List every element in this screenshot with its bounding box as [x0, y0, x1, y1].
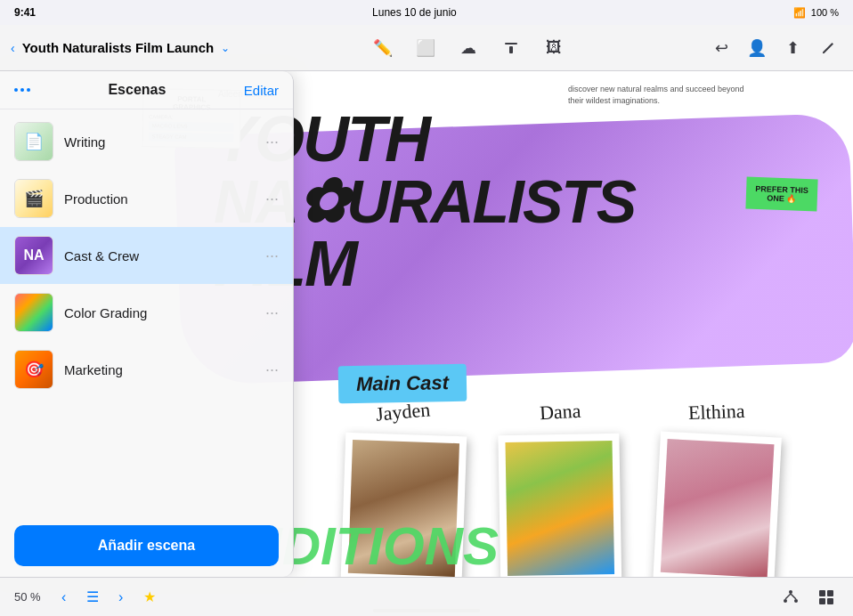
collaborate-button[interactable]: 👤 [743, 34, 771, 62]
dot-2 [20, 88, 24, 92]
dot-3 [27, 88, 30, 92]
svg-rect-7 [819, 590, 825, 596]
polaroid-3 [652, 432, 782, 577]
scene-more-writing[interactable]: ··· [265, 133, 279, 151]
title-chevron-icon[interactable]: ⌄ [221, 42, 230, 54]
status-bar: 9:41 Lunes 10 de junio 📶 100 % [0, 0, 853, 25]
nav-prev-button[interactable]: ‹ [52, 585, 77, 610]
cast-signature-2: Dana [539, 400, 581, 425]
scene-more-color[interactable]: ··· [265, 304, 279, 322]
bottom-right-controls [778, 585, 839, 610]
svg-rect-8 [827, 590, 833, 596]
svg-line-6 [791, 594, 796, 599]
panel-header: Escenas Editar [0, 71, 293, 109]
status-time: 9:41 [14, 6, 36, 19]
svg-point-2 [789, 590, 792, 594]
nav-next-button[interactable]: › [109, 585, 134, 610]
svg-rect-9 [819, 598, 825, 604]
toolbar-center-icons: ✏️ ⬜ ☁ 🖼 [230, 34, 707, 62]
svg-rect-0 [505, 43, 517, 45]
scene-name-production: Production [64, 191, 255, 207]
panel-title: Escenas [108, 82, 166, 98]
undo-button[interactable]: ↩ [707, 34, 735, 62]
polaroid-2 [498, 434, 621, 577]
share-button[interactable]: ⬆ [778, 34, 807, 62]
scene-item-color[interactable]: Color Grading ··· [0, 284, 293, 341]
bottom-left-controls: 50 % ‹ ☰ › ★ [14, 585, 162, 610]
ipad-frame: 9:41 Lunes 10 de junio 📶 100 % ‹ Youth N… [0, 0, 853, 616]
scene-thumb-marketing: 🎯 [14, 350, 53, 389]
zoom-level-label: 50 % [14, 590, 41, 604]
scene-item-production[interactable]: 🎬 Production ··· [0, 170, 293, 227]
main-cast-label: Main Cast [338, 364, 467, 404]
scene-item-marketing[interactable]: 🎯 Marketing ··· [0, 341, 293, 398]
scenes-panel: Escenas Editar 📄 Writing ··· 🎬 Productio… [0, 71, 294, 577]
scene-name-color: Color Grading [64, 305, 255, 320]
bottom-toolbar: 50 % ‹ ☰ › ★ [0, 577, 853, 616]
toolbar-left: ‹ Youth Naturalists Film Launch ⌄ [11, 40, 230, 55]
scene-more-marketing[interactable]: ··· [265, 361, 279, 379]
cast-thumb-icon: NA [15, 237, 53, 274]
cast-signature-3: Elthina [688, 400, 745, 425]
view-mode-button[interactable] [814, 585, 839, 610]
cloud-sync-button[interactable]: ☁ [454, 34, 483, 62]
cast-signature-1: Jayden [375, 398, 431, 426]
scene-thumb-color [14, 293, 53, 332]
wifi-icon: 📶 [793, 7, 806, 19]
production-thumb-icon: 🎬 [15, 180, 53, 217]
nav-strip: ‹ ☰ › ★ [52, 585, 162, 610]
scene-name-marketing: Marketing [64, 362, 255, 377]
description-text: discover new natural realms and succeed … [568, 84, 746, 106]
document-title: Youth Naturalists Film Launch [22, 40, 215, 55]
cast-member-3: Elthina SONIA BRIZZOLARI (SHE / HER) [656, 401, 777, 577]
battery-label: 100 % [811, 7, 839, 18]
color-thumb-icon [15, 294, 53, 331]
top-toolbar: ‹ Youth Naturalists Film Launch ⌄ ✏️ ⬜ ☁… [0, 25, 853, 71]
scene-more-cast[interactable]: ··· [265, 247, 279, 265]
marketing-thumb-icon: 🎯 [15, 351, 53, 388]
svg-rect-1 [509, 46, 513, 53]
scene-thumb-production: 🎬 [14, 179, 53, 218]
scene-list: 📄 Writing ··· 🎬 Production ··· NA Cast &… [0, 109, 293, 515]
prefer-note: PREFER THIS ONE 🔥 [745, 177, 817, 212]
text-tool-button[interactable] [497, 34, 525, 62]
cast-photo-3 [661, 439, 775, 577]
image-tool-button[interactable]: 🖼 [540, 34, 568, 62]
panel-menu-button[interactable] [14, 88, 30, 92]
shape-tool-button[interactable]: ⬜ [411, 34, 440, 62]
scene-name-writing: Writing [64, 134, 255, 150]
svg-rect-10 [827, 598, 833, 604]
svg-point-4 [794, 599, 798, 603]
back-chevron-icon: ‹ [11, 41, 15, 55]
cast-member-2: Dana CARLEY TAYLOR (SHE / HER) [500, 401, 621, 577]
dot-1 [14, 88, 18, 92]
scene-name-cast: Cast & Crew [64, 248, 255, 263]
back-button[interactable]: ‹ [11, 41, 15, 55]
scene-thumb-writing: 📄 [14, 122, 53, 161]
writing-thumb-icon: 📄 [15, 123, 53, 160]
cast-photo-2 [505, 441, 614, 576]
scene-item-cast[interactable]: NA Cast & Crew ··· [0, 227, 293, 284]
scene-item-writing[interactable]: 📄 Writing ··· [0, 113, 293, 170]
status-icons: 📶 100 % [793, 7, 839, 19]
scene-more-production[interactable]: ··· [265, 190, 279, 208]
svg-point-3 [784, 599, 787, 603]
nav-star-button[interactable]: ★ [137, 585, 162, 610]
scene-thumb-cast: NA [14, 236, 53, 275]
add-scene-button[interactable]: Añadir escena [14, 525, 279, 566]
svg-line-5 [785, 594, 791, 599]
pencil-tool-button[interactable]: ✏️ [369, 34, 397, 62]
hierarchy-button[interactable] [778, 585, 803, 610]
panel-edit-button[interactable]: Editar [244, 83, 279, 98]
nav-list-button[interactable]: ☰ [80, 585, 105, 610]
status-date: Lunes 10 de junio [372, 6, 457, 19]
toolbar-right-icons: ↩ 👤 ⬆ [707, 34, 842, 62]
edit-mode-button[interactable] [814, 34, 842, 62]
